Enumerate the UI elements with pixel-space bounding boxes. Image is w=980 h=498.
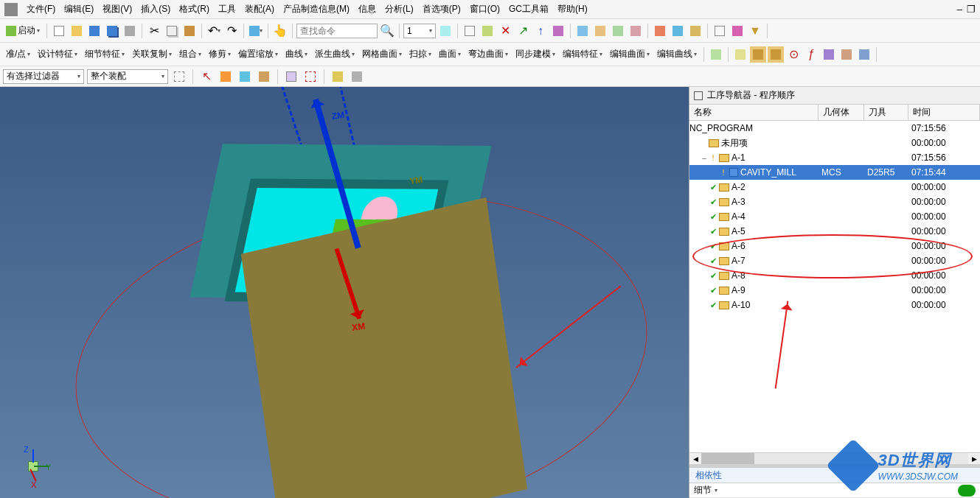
tree-row[interactable]: ✔A-700:00:00 (689, 253, 980, 268)
revolve-button[interactable] (628, 23, 644, 39)
csys-x-icon[interactable]: ✕ (497, 23, 513, 39)
box-zoom-button[interactable] (330, 69, 346, 85)
record-button[interactable]: ⊙ (785, 46, 802, 63)
col-name[interactable]: 名称 (689, 105, 819, 120)
navigator-tree[interactable]: NC_PROGRAM 07:15:56 未用项 00:00:00 –!A-1 0… (689, 121, 980, 452)
tree-row-unused[interactable]: 未用项 00:00:00 (689, 136, 980, 150)
tree-row[interactable]: ✔A-1000:00:00 (689, 298, 980, 312)
graphics-viewport[interactable]: ZM XM YM Z Y X (0, 87, 689, 498)
unlock-button[interactable] (768, 46, 784, 63)
layer-button[interactable] (729, 23, 746, 39)
expander-icon[interactable]: – (700, 154, 709, 162)
menu-edit[interactable]: 编辑(E) (60, 3, 98, 15)
tree-row-cavity-mill[interactable]: !CAVITY_MILL MCS D25R5 07:15:44 (689, 165, 980, 180)
print-button[interactable] (122, 23, 138, 39)
measure-button[interactable] (712, 23, 728, 39)
csys-y-icon[interactable]: ↗ (515, 23, 531, 39)
dependency-section[interactable]: 相依性 (689, 467, 980, 483)
group-offset-scale[interactable]: 偏置缩放▾ (235, 48, 281, 60)
paste-button[interactable] (181, 23, 198, 39)
datum-button[interactable] (550, 23, 566, 39)
shell-button[interactable] (687, 23, 703, 39)
window-restore-button[interactable]: ❐ (967, 4, 976, 15)
tree-row[interactable]: ✔A-900:00:00 (689, 283, 980, 298)
select-face-button[interactable] (237, 69, 253, 85)
save-all-button[interactable] (104, 23, 120, 39)
navigator-hscroll[interactable]: ◀ ▶ (689, 452, 980, 464)
menu-analysis[interactable]: 分析(L) (380, 3, 418, 15)
col-time[interactable]: 时间 (908, 105, 980, 120)
undo-button[interactable]: ↶▾ (206, 23, 222, 39)
col-tool[interactable]: 刀具 (864, 105, 908, 120)
group-edit-surface[interactable]: 编辑曲面▾ (607, 48, 653, 60)
number-combo[interactable]: 1▾ (403, 24, 436, 38)
scroll-thumb[interactable] (701, 453, 754, 464)
vis-button[interactable] (838, 46, 855, 63)
group-combine[interactable]: 组合▾ (176, 48, 204, 60)
vis2-button[interactable] (856, 46, 872, 63)
col-geom[interactable]: 几何体 (819, 105, 864, 120)
select-edge-button[interactable] (256, 69, 272, 85)
group-derived-curves[interactable]: 派生曲线▾ (312, 48, 358, 60)
scroll-left-button[interactable]: ◀ (689, 453, 701, 465)
view-shade-button[interactable] (479, 23, 496, 39)
assembly-nav-button[interactable] (708, 46, 724, 63)
filter-funnel-icon[interactable]: ▼ (747, 23, 763, 39)
edge-blend-button[interactable] (574, 23, 591, 39)
extrude-button[interactable] (610, 23, 626, 39)
repeat-button[interactable]: ▾ (248, 23, 264, 39)
menu-view[interactable]: 视图(V) (98, 3, 136, 15)
tree-row[interactable]: ✔A-400:00:00 (689, 209, 980, 224)
view-fit-button[interactable] (462, 23, 478, 39)
group-design-feature[interactable]: 设计特征▾ (35, 48, 80, 60)
tree-row[interactable]: ✔A-300:00:00 (689, 194, 980, 209)
group-datum[interactable]: 准/点▾ (3, 48, 33, 60)
tree-row-a1[interactable]: –!A-1 07:15:56 (689, 150, 980, 165)
detail-section[interactable]: 细节▾ (689, 483, 980, 498)
tree-row[interactable]: ✔A-800:00:00 (689, 268, 980, 283)
search-button[interactable]: 🔍 (379, 23, 395, 39)
axis-pin-button[interactable] (670, 23, 686, 39)
tree-row[interactable]: ✔A-500:00:00 (689, 224, 980, 239)
group-curves[interactable]: 曲线▾ (282, 48, 310, 60)
window-minimize-button[interactable]: – (957, 4, 962, 15)
journal-button[interactable] (821, 46, 837, 63)
group-mesh-surface[interactable]: 网格曲面▾ (359, 48, 405, 60)
group-sweep[interactable]: 扫掠▾ (406, 48, 434, 60)
group-edit-feature[interactable]: 编辑特征▾ (560, 48, 605, 60)
menu-assembly[interactable]: 装配(A) (240, 3, 279, 15)
wcs-button[interactable] (437, 23, 453, 39)
menu-insert[interactable]: 插入(S) (136, 3, 175, 15)
menu-preferences[interactable]: 首选项(P) (418, 3, 465, 15)
lock-button[interactable] (750, 46, 766, 63)
copy-button[interactable] (164, 23, 180, 39)
tree-row[interactable]: ✔A-200:00:00 (689, 180, 980, 194)
scroll-right-button[interactable]: ▶ (968, 453, 980, 465)
menu-gc-toolbox[interactable]: GC工具箱 (504, 3, 553, 15)
menu-file[interactable]: 文件(F) (22, 3, 60, 15)
start-dropdown[interactable]: 启动▾ (3, 24, 43, 37)
redo-button[interactable]: ↷ (223, 23, 240, 39)
csys-z-icon[interactable]: ↑ (532, 23, 549, 39)
cylinder-button[interactable] (349, 69, 365, 85)
group-edit-curve[interactable]: 编辑曲线▾ (654, 48, 700, 60)
macro-button[interactable]: ƒ (803, 46, 819, 63)
group-sync-modeling[interactable]: 同步建模▾ (512, 48, 558, 60)
group-flange-surface[interactable]: 弯边曲面▾ (465, 48, 511, 60)
open-button[interactable] (69, 23, 85, 39)
new-button[interactable] (51, 23, 67, 39)
menu-info[interactable]: 信息 (354, 3, 380, 15)
panel-pin-icon[interactable] (694, 91, 703, 100)
select-arrow-button[interactable]: ↖ (198, 69, 215, 85)
history-button[interactable] (732, 46, 748, 63)
menu-format[interactable]: 格式(R) (175, 3, 214, 15)
command-search-input[interactable] (296, 24, 378, 38)
select-add-button[interactable] (218, 69, 234, 85)
selection-filter-combo[interactable]: 有选择过滤器▾ (3, 69, 84, 84)
save-button[interactable] (86, 23, 102, 39)
tree-row-root[interactable]: NC_PROGRAM 07:15:56 (689, 121, 980, 136)
assembly-scope-combo[interactable]: 整个装配▾ (87, 69, 168, 84)
select-solid-button[interactable] (283, 69, 299, 85)
menu-pmi[interactable]: 产品制造信息(M) (279, 3, 354, 15)
group-surface[interactable]: 曲面▾ (436, 48, 464, 60)
